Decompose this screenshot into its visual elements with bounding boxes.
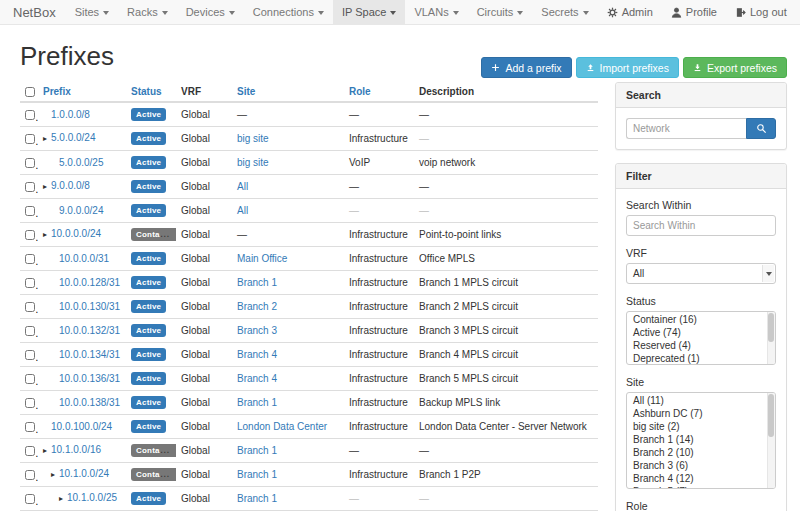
- app-brand[interactable]: NetBox: [7, 0, 66, 24]
- select-option[interactable]: Branch 3 (6): [627, 460, 775, 473]
- row-checkbox[interactable]: [25, 326, 35, 336]
- expand-arrow-icon[interactable]: ▸: [43, 229, 51, 241]
- nav-item-ip-space[interactable]: IP Space: [333, 0, 405, 24]
- prefix-link[interactable]: 10.1.0.0/16: [51, 444, 101, 455]
- site-multiselect[interactable]: All (11)Ashburn DC (7)big site (2)Branch…: [626, 392, 776, 489]
- nav-item-devices[interactable]: Devices: [177, 0, 244, 24]
- prefix-link[interactable]: 5.0.0.0/25: [59, 157, 103, 168]
- search-within-input[interactable]: [626, 215, 776, 236]
- select-option[interactable]: Reserved (4): [627, 340, 775, 353]
- prefix-link[interactable]: 5.0.0.0/24: [51, 132, 95, 143]
- row-checkbox[interactable]: [25, 158, 35, 168]
- nav-item-circuits[interactable]: Circuits: [468, 0, 533, 24]
- row-checkbox[interactable]: [25, 350, 35, 360]
- row-checkbox[interactable]: [25, 134, 35, 144]
- row-checkbox[interactable]: [25, 374, 35, 384]
- prefix-link[interactable]: 10.0.0.136/31: [59, 373, 120, 384]
- site-link[interactable]: All: [237, 181, 248, 192]
- site-link[interactable]: Branch 1: [237, 397, 277, 408]
- row-checkbox[interactable]: [25, 206, 35, 216]
- row-checkbox[interactable]: [25, 494, 35, 504]
- select-option[interactable]: Branch 1 (14): [627, 434, 775, 447]
- nav-item-profile[interactable]: Profile: [662, 0, 726, 24]
- import-prefix-button[interactable]: Import prefixes: [576, 57, 679, 78]
- site-link[interactable]: London Data Center: [237, 421, 327, 432]
- site-link[interactable]: Branch 4: [237, 373, 277, 384]
- select-option[interactable]: Container (16): [627, 314, 775, 327]
- select-option[interactable]: Active (74): [627, 327, 775, 340]
- nav-item-vlans[interactable]: VLANs: [405, 0, 467, 24]
- prefix-link[interactable]: 10.0.100.0/24: [51, 421, 112, 432]
- site-link[interactable]: Branch 2: [237, 301, 277, 312]
- status-multiselect[interactable]: Container (16)Active (74)Reserved (4)Dep…: [626, 311, 776, 365]
- row-checkbox[interactable]: [25, 110, 35, 120]
- expand-arrow-icon[interactable]: ▸: [43, 181, 51, 193]
- select-option[interactable]: Branch 5 (7): [627, 486, 775, 489]
- site-link[interactable]: big site: [237, 157, 269, 168]
- vrf-select[interactable]: All: [626, 263, 776, 284]
- scrollbar[interactable]: [767, 312, 775, 364]
- site-link[interactable]: All: [237, 205, 248, 216]
- status-cell: Active: [126, 175, 176, 199]
- row-checkbox[interactable]: [25, 422, 35, 432]
- row-checkbox[interactable]: [25, 230, 35, 240]
- select-option[interactable]: All (11): [627, 395, 775, 408]
- site-link[interactable]: Branch 3: [237, 325, 277, 336]
- prefix-link[interactable]: 9.0.0.0/8: [51, 180, 90, 191]
- expand-arrow-icon[interactable]: ▸: [59, 493, 67, 505]
- column-header-prefix[interactable]: Prefix: [38, 82, 126, 102]
- prefix-link[interactable]: 1.0.0.0/8: [51, 109, 90, 120]
- nav-item-secrets[interactable]: Secrets: [532, 0, 597, 24]
- nav-item-sites[interactable]: Sites: [66, 0, 118, 24]
- select-option[interactable]: big site (2): [627, 421, 775, 434]
- nav-item-label: Sites: [75, 6, 99, 18]
- row-checkbox[interactable]: [25, 470, 35, 480]
- column-header-status[interactable]: Status: [126, 82, 176, 102]
- row-checkbox[interactable]: [25, 398, 35, 408]
- row-checkbox[interactable]: [25, 446, 35, 456]
- select-all-checkbox[interactable]: [25, 87, 35, 97]
- nav-item-connections[interactable]: Connections: [244, 0, 333, 24]
- expand-arrow-icon[interactable]: ▸: [51, 469, 59, 481]
- scrollbar[interactable]: [767, 393, 775, 488]
- row-checkbox[interactable]: [25, 254, 35, 264]
- expand-arrow-icon[interactable]: ▸: [43, 445, 51, 457]
- prefix-link[interactable]: 10.0.0.128/31: [59, 277, 120, 288]
- nav-item-racks[interactable]: Racks: [118, 0, 177, 24]
- scrollbar-thumb[interactable]: [768, 313, 774, 342]
- site-link[interactable]: Branch 1: [237, 445, 277, 456]
- column-header-role[interactable]: Role: [344, 82, 414, 102]
- site-link[interactable]: Branch 1: [237, 493, 277, 504]
- export-prefix-button[interactable]: Export prefixes: [683, 57, 787, 78]
- prefix-link[interactable]: 10.1.0.0/24: [59, 468, 109, 479]
- search-button[interactable]: [746, 118, 776, 139]
- add-prefix-button[interactable]: Add a prefix: [481, 57, 571, 78]
- prefix-link[interactable]: 9.0.0.0/24: [59, 205, 103, 216]
- select-option[interactable]: Deprecated (1): [627, 353, 775, 365]
- prefix-link[interactable]: 10.0.0.134/31: [59, 349, 120, 360]
- select-option[interactable]: Branch 4 (12): [627, 473, 775, 486]
- nav-item-log-out[interactable]: Log out: [726, 0, 796, 24]
- scrollbar-thumb[interactable]: [768, 394, 774, 437]
- column-header-site[interactable]: Site: [232, 82, 344, 102]
- site-link[interactable]: Branch 1: [237, 277, 277, 288]
- select-option[interactable]: Branch 2 (10): [627, 447, 775, 460]
- prefix-link[interactable]: 10.1.0.0/25: [67, 492, 117, 503]
- search-input[interactable]: [626, 118, 746, 139]
- site-link[interactable]: big site: [237, 133, 269, 144]
- site-link[interactable]: Main Office: [237, 253, 287, 264]
- prefix-link[interactable]: 10.0.0.138/31: [59, 397, 120, 408]
- row-checkbox[interactable]: [25, 182, 35, 192]
- row-checkbox[interactable]: [25, 278, 35, 288]
- prefix-link[interactable]: 10.0.0.0/31: [59, 253, 109, 264]
- table-row: ▸10.1.0.0/24ContainerGlobalBranch 1Infra…: [20, 463, 598, 487]
- select-option[interactable]: Ashburn DC (7): [627, 408, 775, 421]
- nav-item-admin[interactable]: Admin: [598, 0, 662, 24]
- prefix-link[interactable]: 10.0.0.0/24: [51, 228, 101, 239]
- prefix-link[interactable]: 10.0.0.132/31: [59, 325, 120, 336]
- site-link[interactable]: Branch 4: [237, 349, 277, 360]
- row-checkbox[interactable]: [25, 302, 35, 312]
- site-link[interactable]: Branch 1: [237, 469, 277, 480]
- expand-arrow-icon[interactable]: ▸: [43, 133, 51, 145]
- prefix-link[interactable]: 10.0.0.130/31: [59, 301, 120, 312]
